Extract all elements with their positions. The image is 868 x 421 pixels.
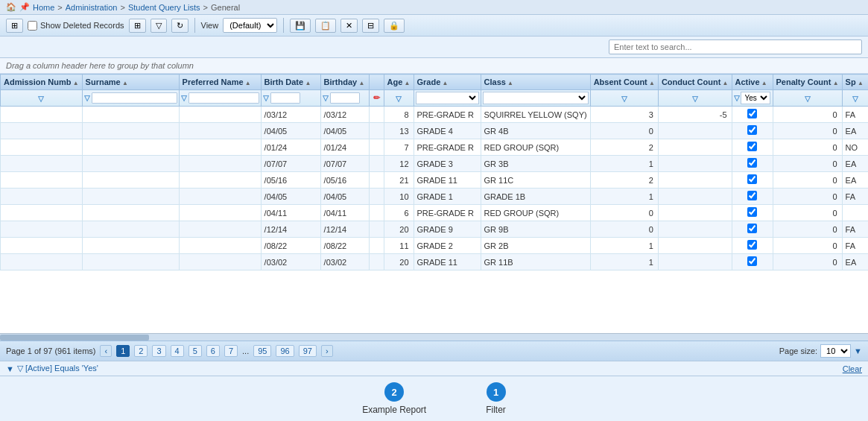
page-link-3[interactable]: 3 xyxy=(152,345,165,357)
search-input[interactable] xyxy=(609,39,862,54)
col-active[interactable]: Active xyxy=(732,75,773,90)
cell-penalty-3: 0 xyxy=(773,156,842,172)
columns-btn[interactable]: ⊟ xyxy=(362,19,379,33)
show-deleted-label[interactable]: Show Deleted Records xyxy=(28,21,124,31)
filter-active-icon[interactable]: ▽ xyxy=(734,94,740,102)
filter-absent: ▽ xyxy=(590,90,658,107)
page-link-6[interactable]: 6 xyxy=(206,345,220,357)
cell-grade-3: GRADE 3 xyxy=(414,156,481,172)
view-select[interactable]: (Default) xyxy=(223,18,277,33)
active-checkbox-1[interactable] xyxy=(747,125,757,135)
cell-surname-9 xyxy=(82,254,179,270)
table-row: /08/22 /08/22 11 GRADE 2 GR 2B 1 0 FA xyxy=(1,238,869,254)
filter-grade-select[interactable] xyxy=(416,92,479,104)
col-birthday[interactable]: Birthday xyxy=(320,75,369,90)
active-checkbox-4[interactable] xyxy=(747,174,757,184)
cell-sp-7: FA xyxy=(842,221,868,238)
col-preferred-name[interactable]: Preferred Name xyxy=(179,75,261,90)
cell-edit-9 xyxy=(369,254,384,270)
add-btn[interactable]: ⊞ xyxy=(129,19,146,33)
page-link-2[interactable]: 2 xyxy=(134,345,148,357)
filter-birth-date-input[interactable] xyxy=(270,92,300,104)
cell-absent-0: 3 xyxy=(590,107,658,123)
callouts-container: 2 Example Report 1 Filter xyxy=(0,376,868,421)
lock-btn[interactable]: 🔒 xyxy=(384,19,405,33)
col-surname[interactable]: Surname xyxy=(82,75,179,90)
copy-btn[interactable]: 📋 xyxy=(315,19,336,33)
filter-absent-icon[interactable]: ▽ xyxy=(621,95,627,103)
cell-sp-4: EA xyxy=(842,172,868,189)
cell-active-1 xyxy=(732,123,773,139)
horizontal-scrollbar[interactable] xyxy=(0,333,868,341)
filter-surname-input[interactable] xyxy=(92,92,177,104)
page-link-97[interactable]: 97 xyxy=(299,345,317,357)
page-link-95[interactable]: 95 xyxy=(253,345,271,357)
breadcrumb-admin[interactable]: Administration xyxy=(66,3,118,12)
filter-active: ▽ YesNo xyxy=(732,90,773,107)
save-btn[interactable]: 💾 xyxy=(290,19,311,33)
active-checkbox-8[interactable] xyxy=(747,240,757,250)
cell-birthday-7: /12/14 xyxy=(320,221,369,238)
filter-admission-icon[interactable]: ▽ xyxy=(38,95,44,103)
cell-grade-6: PRE-GRADE R xyxy=(414,205,481,221)
active-checkbox-0[interactable] xyxy=(747,109,757,118)
col-admission[interactable]: Admission Numb xyxy=(1,75,83,90)
col-absent[interactable]: Absent Count xyxy=(590,75,658,90)
cell-birthdate-3: /07/07 xyxy=(261,156,320,172)
cell-admission-5 xyxy=(1,189,83,205)
col-penalty[interactable]: Penalty Count xyxy=(773,75,842,90)
filter-sp-icon[interactable]: ▽ xyxy=(852,95,858,103)
search-bar xyxy=(0,37,868,58)
active-checkbox-2[interactable] xyxy=(747,142,757,151)
filter-birth-date-icon[interactable]: ▽ xyxy=(263,94,269,102)
col-grade[interactable]: Grade xyxy=(414,75,481,90)
active-checkbox-9[interactable] xyxy=(747,256,757,266)
filter-toggle-icon[interactable]: ▼ xyxy=(6,364,14,373)
filter-birthday-input[interactable] xyxy=(330,92,360,104)
eraser-icon[interactable]: ✏ xyxy=(373,93,380,102)
active-checkbox-7[interactable] xyxy=(747,224,757,233)
col-class[interactable]: Class xyxy=(481,75,590,90)
page-link-7[interactable]: 7 xyxy=(224,345,238,357)
cell-grade-2: PRE-GRADE R xyxy=(414,139,481,156)
filter-class-select[interactable] xyxy=(483,92,589,104)
active-checkbox-5[interactable] xyxy=(747,191,757,200)
breadcrumb-home[interactable]: Home xyxy=(33,3,54,12)
col-age[interactable]: Age xyxy=(384,75,414,90)
prev-page-btn[interactable]: ‹ xyxy=(100,345,112,357)
breadcrumb-query-lists[interactable]: Student Query Lists xyxy=(128,3,200,12)
filter-birthday-icon[interactable]: ▽ xyxy=(323,94,329,102)
page-link-4[interactable]: 4 xyxy=(171,345,184,357)
page-link-96[interactable]: 96 xyxy=(276,345,294,357)
page-link-5[interactable]: 5 xyxy=(189,345,202,357)
active-checkbox-6[interactable] xyxy=(747,207,757,217)
page-link-1[interactable]: 1 xyxy=(116,345,130,357)
active-checkbox-3[interactable] xyxy=(747,158,757,168)
filter-preferred-name-icon[interactable]: ▽ xyxy=(181,94,187,102)
filter-age: ▽ xyxy=(384,90,414,107)
filter-surname-icon[interactable]: ▽ xyxy=(84,94,90,102)
next-page-btn[interactable]: › xyxy=(321,345,333,357)
filter-penalty-icon[interactable]: ▽ xyxy=(805,95,811,103)
filter-conduct-icon[interactable]: ▽ xyxy=(692,95,698,103)
delete-btn[interactable]: ✕ xyxy=(340,19,358,33)
filter-age-icon[interactable]: ▽ xyxy=(396,95,402,103)
cell-surname-3 xyxy=(82,156,179,172)
cell-sp-3: EA xyxy=(842,156,868,172)
filter-active-select[interactable]: YesNo xyxy=(741,92,770,104)
col-conduct[interactable]: Conduct Count xyxy=(658,75,732,90)
filter-clear-btn[interactable]: Clear xyxy=(843,364,862,373)
toolbar-icon-btn[interactable]: ⊞ xyxy=(6,19,23,33)
refresh-btn[interactable]: ↻ xyxy=(171,19,189,33)
col-birth-date[interactable]: Birth Date xyxy=(261,75,320,90)
filter-btn[interactable]: ▽ xyxy=(151,19,167,33)
show-deleted-checkbox[interactable] xyxy=(28,21,37,31)
filter-preferred-name-input[interactable] xyxy=(189,92,259,104)
cell-birthdate-8: /08/22 xyxy=(261,238,320,254)
page-size-select[interactable]: 102550 xyxy=(820,344,851,358)
page-size-dropdown-icon[interactable]: ▼ xyxy=(854,346,862,355)
table-row: /04/11 /04/11 6 PRE-GRADE R RED GROUP (S… xyxy=(1,205,869,221)
cell-active-4 xyxy=(732,172,773,189)
col-sp[interactable]: Sp xyxy=(842,75,868,90)
copy-icon: 📋 xyxy=(320,21,331,31)
